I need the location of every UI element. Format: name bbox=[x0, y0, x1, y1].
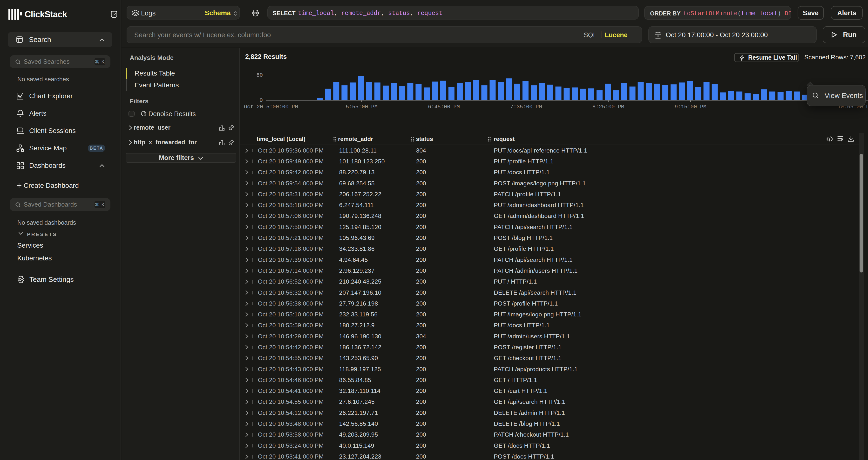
svg-text:0: 0 bbox=[260, 97, 263, 104]
svg-text:9:15:00 PM: 9:15:00 PM bbox=[675, 104, 707, 110]
svg-text:80: 80 bbox=[256, 73, 263, 79]
svg-text:8:25:00 PM: 8:25:00 PM bbox=[592, 104, 624, 110]
svg-text:Oct 20 5:00:00 PM: Oct 20 5:00:00 PM bbox=[244, 104, 298, 110]
svg-text:5:55:00 PM: 5:55:00 PM bbox=[346, 104, 378, 110]
svg-text:7:35:00 PM: 7:35:00 PM bbox=[510, 104, 542, 110]
svg-text:6:45:00 PM: 6:45:00 PM bbox=[428, 104, 460, 110]
